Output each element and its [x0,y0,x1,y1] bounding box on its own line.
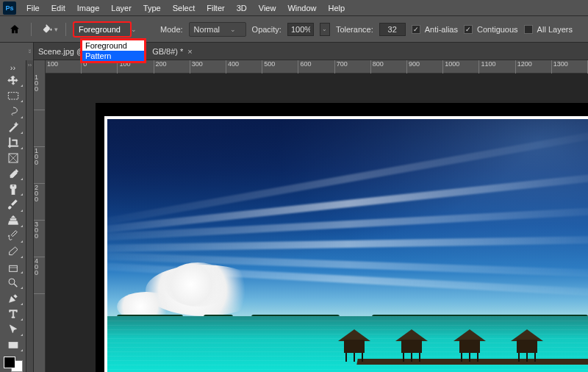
checkbox-icon: ✓ [464,25,473,34]
menu-edit[interactable]: Edit [46,1,71,15]
fill-source-dropdown[interactable]: Foreground ⌄ [74,22,131,37]
brush-tool[interactable] [3,198,24,212]
ruler-vertical[interactable]: 1 0 0 1 0 0 2 0 0 3 0 0 4 0 0 [34,60,46,372]
rectangular-marquee-tool[interactable] [3,89,24,103]
fill-source-value: Foreground [79,25,121,34]
fill-option-foreground[interactable]: Foreground [82,40,144,51]
menu-image[interactable]: Image [71,1,106,15]
menu-window[interactable]: Window [282,1,322,15]
fill-option-pattern[interactable]: Pattern [82,51,144,61]
antialias-label: Anti-alias [425,25,458,34]
divider [31,23,32,36]
ruler-tick: 700 [335,60,371,74]
document-tab-suffix: GB/8#) * [152,47,183,56]
ruler-tick [34,110,45,147]
spot-healing-tool[interactable] [3,182,24,196]
move-tool[interactable] [3,74,24,87]
ruler-tick: 600 [298,60,334,74]
eyedropper-tool[interactable] [3,167,24,181]
contiguous-label: Contiguous [477,25,518,34]
tools-panel: ›› [0,60,26,372]
menu-bar: Ps File Edit Image Layer Type Select Fil… [0,0,588,16]
ruler-tick: 2 0 0 [34,184,45,221]
document-tab-prefix: Scene.jpg @ [38,47,85,56]
contiguous-checkbox[interactable]: ✓ Contiguous [464,25,518,34]
ruler-tick: 300 [190,60,226,74]
svg-rect-0 [8,92,18,99]
ruler-tick: 900 [407,60,443,74]
ruler-tick: 3 0 0 [34,221,45,257]
svg-rect-3 [12,188,15,194]
menu-help[interactable]: Help [323,1,351,15]
foreground-swatch[interactable] [4,357,15,368]
type-tool[interactable] [3,307,24,321]
ruler-tick: 500 [262,60,298,74]
menu-filter[interactable]: Filter [201,1,230,15]
menu-select[interactable]: Select [167,1,201,15]
color-swatches[interactable] [4,357,23,372]
chevron-down-icon: ⌄ [131,26,137,33]
history-brush-tool[interactable] [3,229,24,243]
magic-wand-tool[interactable] [3,121,24,135]
ruler-tick: 1300 [552,60,588,74]
ruler-tick: 1100 [479,60,515,74]
opacity-input[interactable] [287,23,314,36]
home-button[interactable] [6,21,24,38]
svg-point-5 [9,279,15,285]
svg-rect-4 [9,265,17,271]
shape-tool[interactable] [3,338,24,352]
app-logo: Ps [3,1,16,15]
checkbox-icon: ✓ [412,25,420,34]
panel-collapse-arrow[interactable]: ›› [26,60,34,372]
ruler-tick: 1 0 0 [34,74,45,110]
svg-rect-6 [9,342,18,348]
image-content [107,119,588,372]
canvas[interactable] [104,116,588,372]
menu-layer[interactable]: Layer [105,1,137,15]
collapse-toolbar-icon[interactable]: ›› [3,63,24,72]
menu-view[interactable]: View [253,1,282,15]
ruler-tick: 1200 [516,60,552,74]
tolerance-label: Tolerance: [336,25,373,34]
alllayers-checkbox[interactable]: All Layers [524,25,573,34]
menu-3d[interactable]: 3D [231,1,253,15]
main-area: ›› ›› 1 0 0 1 0 0 2 0 [0,60,588,372]
ruler-tick: 1 0 0 [34,147,45,184]
eraser-tool[interactable] [3,245,24,259]
pen-tool[interactable] [3,291,24,305]
ruler-tick: 400 [226,60,262,74]
paint-bucket-icon[interactable]: ▾ [42,21,58,37]
dodge-tool[interactable] [3,276,24,290]
antialias-checkbox[interactable]: ✓ Anti-alias [412,25,458,34]
opacity-label: Opacity: [252,25,282,34]
mode-label: Mode: [160,25,183,34]
divider [65,23,66,36]
frame-tool[interactable] [3,151,24,165]
ruler-tick: 4 0 0 [34,257,45,294]
ruler-tick: 200 [154,60,190,74]
lasso-tool[interactable] [3,104,24,118]
blend-mode-value: Normal [194,25,220,34]
close-tab-icon[interactable]: × [187,47,192,56]
crop-tool[interactable] [3,136,24,150]
panel-expand-icon[interactable]: ›› [26,43,34,60]
path-selection-tool[interactable] [3,323,24,337]
menu-file[interactable]: File [21,1,46,15]
fill-source-dropdown-list[interactable]: Foreground Pattern [81,39,146,62]
chevron-down-icon: ▾ [54,26,58,33]
ruler-tick: 800 [371,60,407,74]
opacity-stepper[interactable]: ⌄ [320,23,330,36]
menu-type[interactable]: Type [137,1,167,15]
ruler-tick: 100 [46,60,82,74]
checkbox-icon [524,25,533,34]
document-window: ›› 1 0 0 1 0 0 2 0 0 3 0 0 4 0 0 100 0 1… [26,60,588,372]
paint-bucket-tool[interactable] [3,260,24,274]
alllayers-label: All Layers [537,25,573,34]
tolerance-input[interactable] [379,23,406,36]
ruler-tick: 1000 [443,60,479,74]
blend-mode-dropdown[interactable]: Normal ⌄ [189,22,246,37]
chevron-down-icon: ⌄ [230,26,236,33]
clone-stamp-tool[interactable] [3,214,24,228]
